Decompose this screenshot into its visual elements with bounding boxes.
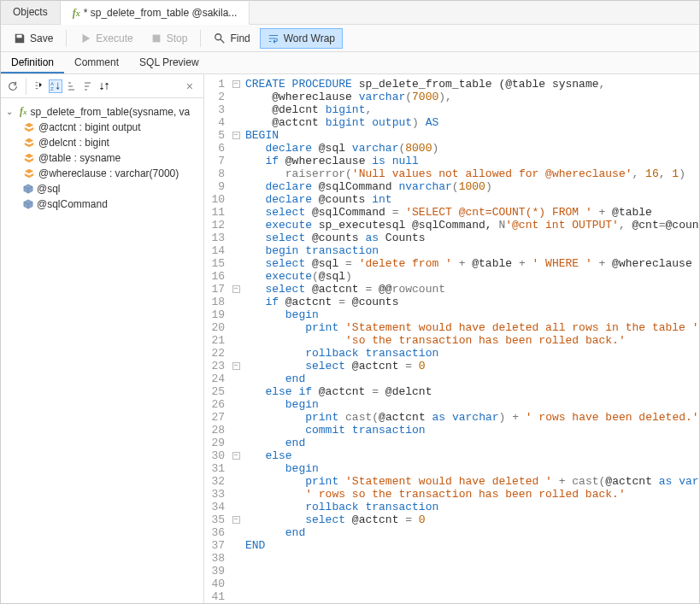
outline-local[interactable]: @sql	[1, 181, 203, 196]
fold-toggle[interactable]: −	[232, 285, 240, 293]
tab-active-file[interactable]: fx* sp_delete_from_table @sakila...	[61, 2, 250, 25]
outline-param[interactable]: @actcnt : bigint output	[1, 120, 203, 135]
svg-line-2	[221, 38, 224, 42]
outline-param[interactable]: @table : sysname	[1, 150, 203, 166]
code-body[interactable]: CREATE PROCEDURE sp_delete_from_table (@…	[242, 74, 699, 604]
tab-comment[interactable]: Comment	[64, 52, 129, 73]
expander-icon[interactable]: ⌄	[6, 107, 16, 116]
outline-param-label: @actcnt : bigint output	[38, 121, 141, 133]
code-editor[interactable]: 1234567891011121314151617181920212223242…	[204, 74, 699, 604]
separator	[66, 30, 67, 47]
tab-sql-preview[interactable]: SQL Preview	[129, 52, 209, 73]
tab-objects-label: Objects	[13, 6, 48, 18]
toolbar: Save Execute Stop Find Word Wrap	[1, 25, 699, 52]
tab-objects[interactable]: Objects	[1, 1, 61, 24]
outline-param-label: @delcnt : bigint	[38, 137, 109, 149]
word-wrap-button[interactable]: Word Wrap	[260, 28, 343, 49]
find-label: Find	[230, 32, 250, 44]
close-outline-icon[interactable]: ×	[181, 79, 198, 93]
fold-toggle[interactable]: −	[232, 516, 240, 524]
play-icon	[79, 32, 91, 44]
stop-label: Stop	[167, 32, 188, 44]
fold-toggle[interactable]: −	[232, 80, 240, 88]
fx-icon: fx	[73, 7, 80, 19]
save-button[interactable]: Save	[6, 28, 61, 49]
sub-tabs: Definition Comment SQL Preview	[1, 52, 699, 74]
save-icon	[14, 32, 26, 44]
outline-root[interactable]: ⌄ fx sp_delete_from_table(sysname, va	[1, 103, 203, 120]
collapse-tree-icon[interactable]	[32, 79, 46, 93]
execute-label: Execute	[96, 32, 132, 44]
outline-toolbar: AZ ×	[1, 74, 203, 98]
outline-local[interactable]: @sqlCommand	[1, 196, 203, 212]
outline-param-label: @table : sysname	[38, 152, 121, 164]
execute-button[interactable]: Execute	[72, 28, 140, 49]
stop-button[interactable]: Stop	[143, 28, 196, 49]
refresh-icon[interactable]	[6, 79, 20, 93]
sort-asc-icon[interactable]	[65, 79, 79, 93]
fx-icon: fx	[20, 105, 27, 118]
fold-toggle[interactable]: −	[232, 132, 240, 139]
outline-local-label: @sqlCommand	[37, 198, 108, 210]
tab-active-label: sp_delete_from_table @sakila...	[91, 7, 238, 19]
stop-icon	[150, 32, 162, 44]
separator	[200, 30, 201, 47]
outline-param[interactable]: @delcnt : bigint	[1, 135, 203, 150]
sort-alpha-icon[interactable]: AZ	[49, 79, 62, 93]
word-wrap-label: Word Wrap	[284, 32, 335, 44]
find-button[interactable]: Find	[206, 28, 257, 49]
separator	[26, 78, 26, 95]
tab-definition[interactable]: Definition	[1, 52, 64, 73]
main-area: AZ × ⌄ fx sp_delete_from_table(sysname, …	[1, 74, 699, 604]
outline-param-label: @whereclause : varchar(7000)	[38, 167, 179, 179]
svg-point-1	[215, 33, 221, 39]
tab-modified-marker: *	[84, 7, 88, 19]
fold-toggle[interactable]: −	[232, 362, 240, 370]
outline-pane: AZ × ⌄ fx sp_delete_from_table(sysname, …	[1, 74, 204, 604]
svg-rect-0	[152, 34, 160, 42]
search-icon	[214, 32, 226, 44]
fold-column: − − − − − −	[230, 74, 242, 604]
outline-param[interactable]: @whereclause : varchar(7000)	[1, 166, 203, 181]
fold-toggle[interactable]: −	[232, 452, 240, 460]
save-label: Save	[30, 32, 53, 44]
line-gutter: 1234567891011121314151617181920212223242…	[204, 74, 230, 604]
svg-text:Z: Z	[50, 85, 54, 91]
top-tabs: Objects fx* sp_delete_from_table @sakila…	[1, 1, 699, 25]
outline-local-label: @sql	[37, 183, 61, 195]
sort-toggle-icon[interactable]	[97, 79, 111, 93]
word-wrap-icon	[268, 32, 279, 44]
outline-root-label: sp_delete_from_table(sysname, va	[31, 106, 191, 118]
outline-tree: ⌄ fx sp_delete_from_table(sysname, va @a…	[1, 98, 203, 604]
sort-desc-icon[interactable]	[81, 79, 95, 93]
